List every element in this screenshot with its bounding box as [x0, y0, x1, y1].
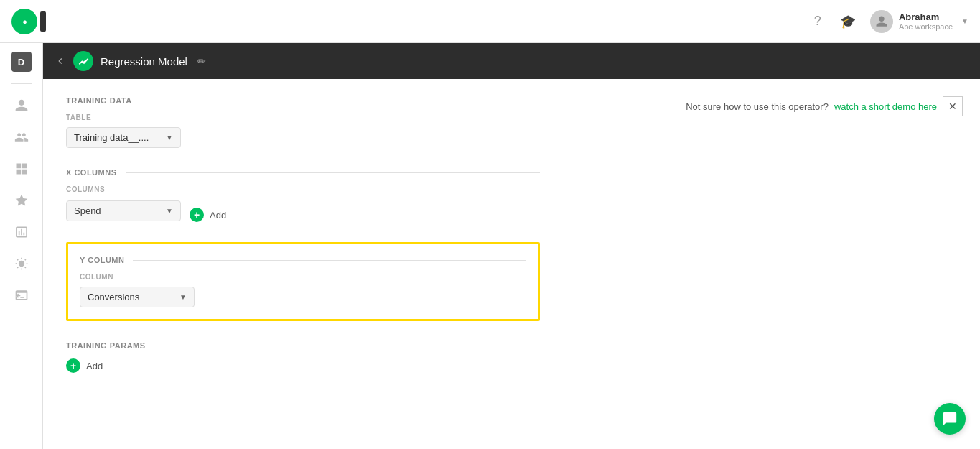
y-column-label: COLUMN: [80, 273, 526, 281]
training-params-section: TRAINING PARAMS + Add: [66, 341, 540, 373]
sidebar-icon-brain[interactable]: [11, 254, 32, 274]
x-columns-row: Spend ▼ Spend + Add: [66, 199, 540, 222]
training-params-line: [154, 346, 540, 346]
y-column-header: Y COLUMN: [80, 256, 526, 264]
logo-bar: [40, 11, 46, 32]
sidebar-divider: [11, 83, 32, 84]
demo-close-button[interactable]: ✕: [943, 96, 963, 116]
chat-button[interactable]: [934, 403, 966, 435]
sidebar-icon-person[interactable]: [11, 96, 32, 116]
demo-notice: Not sure how to use this operator? watch…: [686, 96, 963, 116]
operator-icon: [73, 51, 93, 71]
training-data-title: TRAINING DATA: [66, 96, 132, 105]
page-title: Regression Model: [101, 55, 187, 68]
training-data-header: TRAINING DATA: [66, 96, 540, 105]
help-icon[interactable]: ?: [810, 14, 826, 29]
training-data-line: [141, 101, 540, 101]
training-params-add-circle-icon[interactable]: +: [66, 358, 80, 373]
avatar: [870, 10, 893, 33]
user-text: Abraham Abe workspace: [899, 11, 953, 31]
svg-point-0: [18, 261, 24, 267]
user-chevron-icon: ▼: [961, 17, 969, 25]
columns-label: COLUMNS: [66, 185, 540, 193]
top-bar-right: ? 🎓 Abraham Abe workspace ▼: [810, 10, 969, 33]
sidebar-icon-terminal[interactable]: [11, 285, 32, 305]
training-params-header: TRAINING PARAMS: [66, 341, 540, 350]
y-column-section: Y COLUMN COLUMN Conversions ▼ Conversion…: [66, 242, 540, 321]
sidebar-icon-group[interactable]: [11, 127, 32, 147]
x-column-select[interactable]: Spend ▼ Spend: [66, 200, 181, 221]
x-columns-add-label[interactable]: Add: [210, 210, 226, 221]
y-column-title: Y COLUMN: [80, 256, 124, 264]
back-button[interactable]: [55, 55, 66, 67]
training-params-title: TRAINING PARAMS: [66, 341, 146, 350]
edit-title-icon[interactable]: ✏: [197, 55, 206, 67]
main-layout: D R: [0, 43, 980, 449]
content-wrapper: Regression Model ✏ Not sure how to use t…: [43, 43, 980, 449]
sidebar-icon-star[interactable]: [11, 190, 32, 210]
table-label: TABLE: [66, 114, 540, 121]
table-select[interactable]: Training data__.... ▼ Training data__...…: [66, 127, 181, 148]
x-columns-line: [126, 172, 541, 173]
header-bar: Regression Model ✏: [43, 43, 980, 79]
y-column-select[interactable]: Conversions ▼ Conversions: [80, 287, 195, 307]
sidebar-icon-grid[interactable]: [11, 159, 32, 179]
logo: ●: [11, 9, 46, 34]
x-columns-section: X COLUMNS COLUMNS Spend ▼ Spend + Add: [66, 168, 540, 222]
user-menu[interactable]: Abraham Abe workspace ▼: [870, 10, 969, 33]
y-column-line: [133, 260, 526, 261]
x-columns-add-row: + Add: [190, 208, 226, 222]
training-params-add-row: + Add: [66, 358, 540, 373]
x-columns-header: X COLUMNS: [66, 168, 540, 177]
graduation-icon[interactable]: 🎓: [840, 14, 856, 29]
close-icon: ✕: [948, 101, 957, 112]
top-bar: ● ? 🎓 Abraham Abe workspace ▼: [0, 0, 980, 43]
sidebar-avatar: D: [11, 52, 32, 72]
demo-notice-link[interactable]: watch a short demo here: [834, 101, 937, 112]
left-sidebar: D: [0, 43, 43, 449]
x-columns-title: X COLUMNS: [66, 168, 117, 177]
user-name: Abraham: [899, 11, 953, 22]
demo-notice-text: Not sure how to use this operator?: [686, 101, 829, 112]
user-workspace: Abe workspace: [899, 22, 953, 31]
logo-circle: ●: [11, 9, 37, 34]
sidebar-icon-chart[interactable]: [11, 222, 32, 242]
main-content: Not sure how to use this operator? watch…: [43, 79, 980, 449]
training-data-section: TRAINING DATA TABLE Training data__.... …: [66, 96, 540, 148]
training-params-add-label[interactable]: Add: [86, 361, 103, 371]
x-columns-add-circle-icon[interactable]: +: [190, 208, 204, 222]
